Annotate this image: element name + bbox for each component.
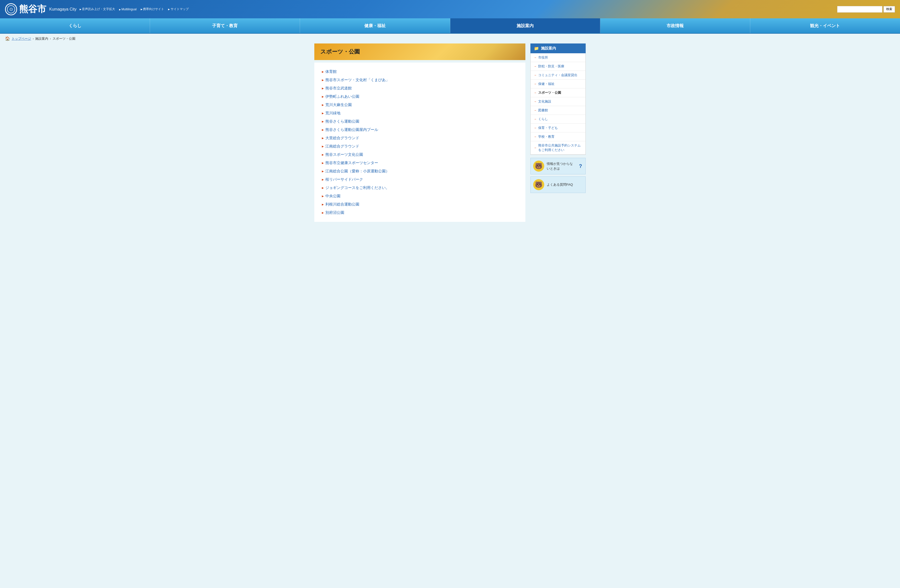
list-link-12[interactable]: 江南総合公園（愛称：小原運動公園） — [325, 169, 389, 174]
sidebar-item-bohan: →防犯・防災・医療 — [531, 62, 585, 71]
sidebar: 📁 施設案内 →市役所 →防犯・防災・医療 →コミュニティ・会議室貸出 →保健・… — [531, 43, 586, 193]
sidebar-item-shiyakusho: →市役所 — [531, 53, 585, 62]
list-link-11[interactable]: 熊谷市立健康スポーツセンター — [325, 161, 378, 165]
search-area: 検索 — [837, 6, 895, 12]
list-item: ▶別府沼公園 — [322, 209, 518, 217]
sidebar-link-community[interactable]: コミュニティ・会議室貸出 — [538, 73, 577, 78]
list-arrow-icon: ▶ — [322, 170, 324, 173]
list-link-14[interactable]: ジョギングコースをご利用ください。 — [325, 185, 389, 190]
sidebar-arrow-icon: → — [534, 100, 537, 103]
mascot-icon-2: 🐻 — [533, 179, 544, 190]
list-arrow-icon: ▶ — [322, 186, 324, 189]
list-arrow-icon: ▶ — [322, 203, 324, 206]
sidebar-item-yoyaku: →熊谷市公共施設予約システムをご利用ください — [531, 141, 585, 155]
nav-item-kurashi[interactable]: くらし — [0, 19, 150, 33]
sidebar-link-gakko[interactable]: 学校・教育 — [538, 135, 554, 139]
list-arrow-icon: ▶ — [322, 87, 324, 90]
list-item: ▶体育館 — [322, 68, 518, 76]
nav-item-kanko[interactable]: 観光・イベント — [750, 19, 900, 33]
logo-inner-icon: ⊙ — [7, 5, 15, 13]
sidebar-link-bunka[interactable]: 文化施設 — [538, 99, 551, 104]
breadcrumb-home-icon: 🏠 — [5, 36, 10, 41]
sidebar-arrow-icon: → — [534, 56, 537, 59]
city-name-jp: 熊谷市 — [19, 3, 46, 16]
list-arrow-icon: ▶ — [322, 137, 324, 140]
breadcrumb-sports: スポーツ・公園 — [53, 36, 75, 41]
list-item: ▶利根川総合運動公園 — [322, 200, 518, 209]
list-link-9[interactable]: 江南総合グラウンド — [325, 144, 359, 149]
list-link-0[interactable]: 体育館 — [325, 69, 337, 74]
sidebar-folder-icon: 📁 — [534, 46, 539, 51]
sidebar-link-kurashi[interactable]: くらし — [538, 117, 548, 121]
faq-banner[interactable]: 🐻 よくある質問FAQ — [531, 176, 586, 193]
list-arrow-icon: ▶ — [322, 70, 324, 73]
sidebar-link-shiyakusho[interactable]: 市役所 — [538, 55, 548, 60]
question-mark-icon: ？ — [578, 163, 583, 170]
list-link-8[interactable]: 大里総合グラウンド — [325, 136, 359, 140]
list-arrow-icon: ▶ — [322, 161, 324, 164]
banner2-text: よくある質問FAQ — [547, 182, 573, 187]
list-link-6[interactable]: 熊谷さくら運動公園 — [325, 119, 359, 124]
list-link-13[interactable]: 桜リバーサイドパーク — [325, 177, 363, 182]
page-title: スポーツ・公園 — [320, 48, 519, 56]
sidebar-link-yoyaku[interactable]: 熊谷市公共施設予約システムをご利用ください — [538, 143, 582, 152]
list-item: ▶ジョギングコースをご利用ください。 — [322, 184, 518, 192]
list-link-2[interactable]: 熊谷市立武道館 — [325, 86, 352, 91]
nav-item-kenko[interactable]: 健康・福祉 — [300, 19, 450, 33]
sidebar-link-toshokan[interactable]: 図書館 — [538, 108, 548, 113]
nav-item-shisei[interactable]: 市政情報 — [600, 19, 750, 33]
list-link-16[interactable]: 利根川総合運動公園 — [325, 202, 359, 207]
list-arrow-icon: ▶ — [322, 178, 324, 181]
sidebar-link-bohan[interactable]: 防犯・防災・医療 — [538, 64, 564, 68]
list-link-7[interactable]: 熊谷さくら運動公園屋内プール — [325, 127, 378, 132]
nav-item-kosodate[interactable]: 子育て・教育 — [150, 19, 300, 33]
info-not-found-banner[interactable]: 🐻 情報が見つからないときは ？ — [531, 158, 586, 174]
list-arrow-icon: ▶ — [322, 153, 324, 156]
nav-item-shisetsu[interactable]: 施設案内 — [450, 19, 600, 33]
sidebar-item-bunka: →文化施設 — [531, 97, 585, 106]
breadcrumb: 🏠 トップページ › 施設案内 › スポーツ・公園 — [0, 34, 900, 43]
sidebar-arrow-icon: → — [534, 73, 537, 77]
header-link-voice[interactable]: 音声読み上げ・文字拡大 — [80, 7, 115, 11]
list-item: ▶熊谷市立健康スポーツセンター — [322, 159, 518, 167]
search-input[interactable] — [837, 6, 882, 12]
header-right: 検索 — [837, 6, 895, 12]
list-link-15[interactable]: 中央公園 — [325, 194, 340, 199]
list-link-1[interactable]: 熊谷市スポーツ・文化村「くまぴあ」 — [325, 78, 389, 82]
sidebar-title-label: 施設案内 — [541, 46, 556, 51]
sidebar-link-hoken[interactable]: 保健・福祉 — [538, 82, 554, 86]
header-link-mobile[interactable]: 携帯向けサイト — [141, 7, 164, 11]
sidebar-item-gakko: →学校・教育 — [531, 132, 585, 141]
list-arrow-icon: ▶ — [322, 211, 324, 214]
sidebar-item-sports: →スポーツ・公園 — [531, 88, 585, 97]
breadcrumb-top[interactable]: トップページ — [12, 36, 31, 41]
list-link-3[interactable]: 伊勢町ふれあい公園 — [325, 94, 359, 99]
search-button[interactable]: 検索 — [883, 6, 895, 12]
list-item: ▶熊谷市スポーツ・文化村「くまぴあ」 — [322, 76, 518, 84]
list-link-10[interactable]: 熊谷スポーツ文化公園 — [325, 152, 363, 157]
header-link-multilingual[interactable]: Multilingual — [119, 8, 137, 11]
banner1-text: 情報が見つからないときは — [547, 161, 576, 171]
list-link-4[interactable]: 荒川大麻生公園 — [325, 102, 352, 107]
sidebar-arrow-icon: → — [534, 65, 537, 68]
list-link-17[interactable]: 別府沼公園 — [325, 210, 344, 215]
sidebar-arrow-icon: → — [534, 109, 537, 112]
header-left: ⊙ 熊谷市 Kumagaya City 音声読み上げ・文字拡大 Multilin… — [5, 3, 189, 16]
sidebar-link-sports[interactable]: スポーツ・公園 — [538, 90, 561, 95]
mascot-icon-1: 🐻 — [533, 161, 544, 172]
sidebar-link-hoiku[interactable]: 保育・子ども — [538, 126, 558, 130]
sidebar-item-kurashi: →くらし — [531, 115, 585, 124]
list-arrow-icon: ▶ — [322, 195, 324, 197]
list-item: ▶伊勢町ふれあい公園 — [322, 93, 518, 101]
sidebar-arrow-icon: → — [534, 91, 537, 95]
sidebar-item-community: →コミュニティ・会議室貸出 — [531, 71, 585, 80]
list-item: ▶江南総合グラウンド — [322, 142, 518, 150]
list-item: ▶熊谷スポーツ文化公園 — [322, 150, 518, 159]
list-link-5[interactable]: 荒川緑地 — [325, 111, 340, 116]
sidebar-arrow-icon: → — [534, 117, 537, 121]
list-arrow-icon: ▶ — [322, 104, 324, 106]
list-item: ▶大里総合グラウンド — [322, 134, 518, 142]
sidebar-item-hoiku: →保育・子ども — [531, 124, 585, 132]
header-link-sitemap[interactable]: サイトマップ — [168, 7, 189, 11]
site-header: ⊙ 熊谷市 Kumagaya City 音声読み上げ・文字拡大 Multilin… — [0, 0, 900, 19]
